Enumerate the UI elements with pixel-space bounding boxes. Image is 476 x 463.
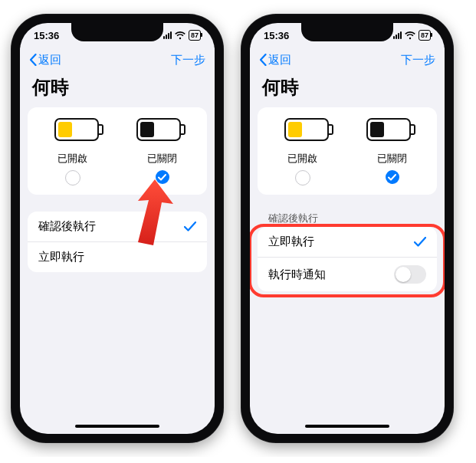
chevron-left-icon [259,54,267,66]
battery-low-power-on-icon [284,118,329,141]
status-right: 87 [163,30,201,41]
option-on[interactable]: 已開啟 [287,152,317,186]
battery-low-power-off-icon [136,118,181,141]
option-off[interactable]: 已關閉 [147,152,177,186]
back-label: 返回 [268,53,291,67]
option-off-label: 已關閉 [377,152,407,166]
notch [301,23,393,41]
checkmark-icon [184,222,196,232]
row-notify[interactable]: 執行時通知 [258,257,437,291]
two-phone-comparison: 15:36 87 返回 下一步 何時 [0,0,476,457]
back-button[interactable]: 返回 [29,53,61,67]
status-time: 15:36 [34,30,59,41]
radio-checked-icon [386,170,399,184]
battery-low-power-off-icon [366,118,411,141]
phone-right: 15:36 87 返回 下一步 何時 [241,14,454,443]
cellular-icon [163,31,172,39]
battery-row [258,118,437,147]
phone-left: 15:36 87 返回 下一步 何時 [11,14,224,443]
home-indicator [20,419,215,434]
home-indicator [250,419,445,434]
wifi-icon [405,31,415,40]
next-button[interactable]: 下一步 [171,53,205,67]
option-off-label: 已關閉 [147,152,177,166]
row-run-now[interactable]: 立即執行 [28,241,207,272]
screen-right: 15:36 87 返回 下一步 何時 [250,23,445,434]
run-mode-list: 確認後執行 立即執行 [28,212,207,272]
content: 已開啟 已關閉 確認後執行 [20,107,215,419]
battery-status-icon: 87 [189,30,201,41]
back-button[interactable]: 返回 [259,53,291,67]
radio-checked-icon [156,170,169,184]
checkmark-icon [414,237,426,247]
battery-status-icon: 87 [419,30,431,41]
row-run-label: 立即執行 [268,235,314,249]
status-right: 87 [393,30,431,41]
next-button[interactable]: 下一步 [401,53,435,67]
row-confirm-peek: 確認後執行 [258,212,437,227]
row-confirm[interactable]: 確認後執行 [28,212,207,241]
option-row: 已開啟 已關閉 [28,147,207,186]
option-row: 已開啟 已關閉 [258,147,437,186]
trigger-card: 已開啟 已關閉 [28,107,207,195]
radio-unchecked-icon [65,170,80,186]
chevron-left-icon [29,54,37,66]
option-on[interactable]: 已開啟 [57,152,87,186]
status-time: 15:36 [264,30,289,41]
battery-row [28,118,207,147]
row-confirm-label: 確認後執行 [38,219,96,234]
radio-unchecked-icon [295,170,310,186]
row-run-label: 立即執行 [38,250,84,264]
option-on-label: 已開啟 [57,152,87,166]
content: 已開啟 已關閉 確認後執行 立即執行 [250,107,445,419]
nav-bar: 返回 下一步 [250,48,445,72]
battery-low-power-on-icon [54,118,99,141]
screen-left: 15:36 87 返回 下一步 何時 [20,23,215,434]
back-label: 返回 [38,53,61,67]
run-mode-list: 立即執行 執行時通知 [258,227,437,291]
row-notify-label: 執行時通知 [268,268,326,282]
wifi-icon [175,31,185,40]
trigger-card: 已開啟 已關閉 [258,107,437,195]
notch [71,23,163,41]
option-off[interactable]: 已關閉 [377,152,407,186]
row-run-now[interactable]: 立即執行 [258,227,437,257]
nav-bar: 返回 下一步 [20,48,215,72]
page-title: 何時 [250,72,445,107]
toggle-off-icon[interactable] [394,265,426,284]
cellular-icon [393,31,402,39]
option-on-label: 已開啟 [287,152,317,166]
page-title: 何時 [20,72,215,107]
